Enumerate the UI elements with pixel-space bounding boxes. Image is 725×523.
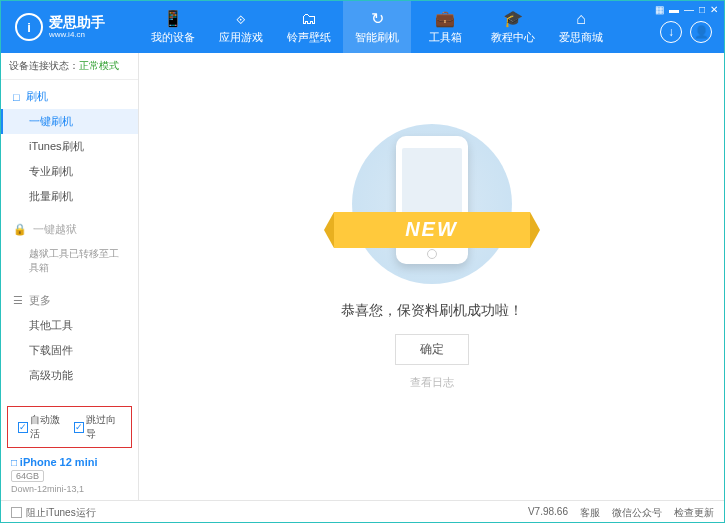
apps-icon: ⟐ (236, 10, 246, 28)
user-button[interactable]: 👤 (690, 21, 712, 43)
success-illustration: NEW (352, 124, 512, 284)
tab-ringtones[interactable]: 🗂铃声壁纸 (275, 1, 343, 53)
sidebar-item-download-firmware[interactable]: 下载固件 (1, 338, 138, 363)
checkbox-auto-activate[interactable]: ✓ 自动激活 (18, 413, 66, 441)
maximize-icon[interactable]: □ (699, 4, 705, 15)
download-button[interactable]: ↓ (660, 21, 682, 43)
checkbox-skip-guide[interactable]: ✓ 跳过向导 (74, 413, 122, 441)
nav-tabs: 📱我的设备 ⟐应用游戏 🗂铃声壁纸 ↻智能刷机 💼工具箱 🎓教程中心 ⌂爱思商城 (139, 1, 615, 53)
header-action-icons: ↓ 👤 (660, 21, 712, 43)
footer-update[interactable]: 检查更新 (674, 506, 714, 520)
phone-icon: 📱 (163, 9, 183, 28)
sidebar-jailbreak-note: 越狱工具已转移至工具箱 (1, 242, 138, 280)
pin-icon[interactable]: ▦ (655, 4, 664, 15)
view-log-link[interactable]: 查看日志 (410, 375, 454, 390)
checkbox-icon: ✓ (74, 422, 84, 433)
tab-my-device[interactable]: 📱我的设备 (139, 1, 207, 53)
sidebar: 设备连接状态：正常模式 □ 刷机 一键刷机 iTunes刷机 专业刷机 批量刷机… (1, 53, 139, 500)
graduation-icon: 🎓 (503, 9, 523, 28)
sidebar-section-flash[interactable]: □ 刷机 (1, 84, 138, 109)
sidebar-item-batch-flash[interactable]: 批量刷机 (1, 184, 138, 209)
sidebar-section-more[interactable]: ☰ 更多 (1, 288, 138, 313)
footer: 阻止iTunes运行 V7.98.66 客服 微信公众号 检查更新 (1, 500, 724, 523)
sidebar-item-oneclick-flash[interactable]: 一键刷机 (1, 109, 138, 134)
tab-tutorials[interactable]: 🎓教程中心 (479, 1, 547, 53)
footer-version: V7.98.66 (528, 506, 568, 520)
sidebar-item-itunes-flash[interactable]: iTunes刷机 (1, 134, 138, 159)
device-storage: 64GB (11, 470, 44, 482)
device-name: iPhone 12 mini (20, 456, 98, 468)
app-header: i 爱思助手 www.i4.cn 📱我的设备 ⟐应用游戏 🗂铃声壁纸 ↻智能刷机… (1, 1, 724, 53)
footer-wechat[interactable]: 微信公众号 (612, 506, 662, 520)
main-content: NEW 恭喜您，保资料刷机成功啦！ 确定 查看日志 (139, 53, 724, 500)
flash-options-highlight: ✓ 自动激活 ✓ 跳过向导 (7, 406, 132, 448)
checkbox-icon: ✓ (18, 422, 28, 433)
app-name: 爱思助手 (49, 15, 105, 30)
app-url: www.i4.cn (49, 30, 105, 39)
skin-icon[interactable]: ▬ (669, 4, 679, 15)
sidebar-item-pro-flash[interactable]: 专业刷机 (1, 159, 138, 184)
tab-toolbox[interactable]: 💼工具箱 (411, 1, 479, 53)
tab-apps-games[interactable]: ⟐应用游戏 (207, 1, 275, 53)
lock-icon: 🔒 (13, 223, 27, 236)
menu-icon: ☰ (13, 294, 23, 307)
window-controls: ▦ ▬ — □ ✕ (655, 4, 718, 15)
confirm-button[interactable]: 确定 (395, 334, 469, 365)
sidebar-item-advanced[interactable]: 高级功能 (1, 363, 138, 388)
briefcase-icon: 💼 (435, 9, 455, 28)
refresh-icon: ↻ (371, 9, 384, 28)
connection-status: 设备连接状态：正常模式 (1, 53, 138, 80)
new-banner: NEW (334, 212, 530, 248)
checkbox-icon (11, 507, 22, 518)
flash-icon: □ (13, 91, 20, 103)
close-icon[interactable]: ✕ (710, 4, 718, 15)
tab-smart-flash[interactable]: ↻智能刷机 (343, 1, 411, 53)
device-info[interactable]: □ iPhone 12 mini 64GB Down-12mini-13,1 (1, 450, 138, 500)
logo-area: i 爱思助手 www.i4.cn (1, 13, 139, 41)
device-model: Down-12mini-13,1 (11, 484, 128, 494)
folder-icon: 🗂 (301, 10, 317, 28)
minimize-icon[interactable]: — (684, 4, 694, 15)
sidebar-item-other-tools[interactable]: 其他工具 (1, 313, 138, 338)
success-message: 恭喜您，保资料刷机成功啦！ (341, 302, 523, 320)
logo-icon: i (15, 13, 43, 41)
home-icon: ⌂ (576, 10, 586, 28)
footer-service[interactable]: 客服 (580, 506, 600, 520)
tab-store[interactable]: ⌂爱思商城 (547, 1, 615, 53)
footer-block-itunes[interactable]: 阻止iTunes运行 (11, 506, 96, 520)
sidebar-section-jailbreak: 🔒 一键越狱 (1, 217, 138, 242)
